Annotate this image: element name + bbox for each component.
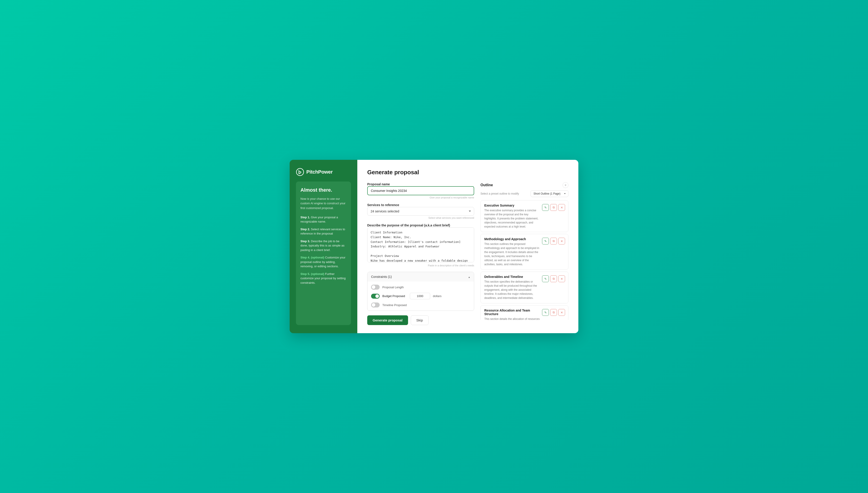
outline-sections: Executive Summary The executive summary …: [480, 200, 568, 320]
section-copy-button[interactable]: ⧉: [550, 275, 557, 282]
section-name-executive-summary: Executive Summary: [484, 203, 540, 207]
sidebar-step-2: Step 2. Select relevant services to refe…: [300, 227, 346, 236]
constraints-section: Constraints (1) Proposal Length: [367, 272, 474, 311]
section-actions-deliverables: ✎ ⧉ ✕: [542, 275, 565, 282]
step-5-label: Step 5. (optional): [300, 272, 324, 276]
proposal-length-slider: [371, 285, 380, 290]
constraint-row-budget: Budget Proposed dollars: [371, 293, 470, 299]
outline-section-card: Methodology and Approach This section ou…: [480, 234, 568, 270]
budget-slider: [371, 294, 380, 299]
outline-preset-label: Select a preset outline to modify: [480, 192, 519, 195]
budget-input[interactable]: [410, 293, 430, 299]
close-icon: ×: [565, 183, 566, 187]
budget-label: Budget Proposed: [382, 294, 407, 298]
sidebar-card: Almost there. Now is your chance to use …: [296, 181, 351, 325]
proposal-length-toggle[interactable]: [371, 285, 380, 290]
sidebar-step-1: Step 1. Give your proposal a recognizabl…: [300, 215, 346, 224]
section-delete-button[interactable]: ✕: [558, 238, 565, 244]
section-edit-button[interactable]: ✎: [542, 204, 549, 211]
step-4-label: Step 4. (optional): [300, 256, 324, 259]
section-info-methodology: Methodology and Approach This section ou…: [484, 237, 540, 266]
section-name-methodology: Methodology and Approach: [484, 237, 540, 241]
section-copy-button[interactable]: ⧉: [550, 204, 557, 211]
sidebar-step-5: Step 5. (optional) Further customize you…: [300, 272, 346, 285]
proposal-length-label: Proposal Length: [382, 285, 407, 289]
constraints-title: Constraints (1): [371, 275, 392, 279]
step-1-label: Step 1.: [300, 216, 310, 219]
section-actions-methodology: ✎ ⧉ ✕: [542, 238, 565, 244]
proposal-name-input[interactable]: [367, 186, 474, 195]
section-info-executive-summary: Executive Summary The executive summary …: [484, 203, 540, 229]
section-edit-button[interactable]: ✎: [542, 238, 549, 244]
constraint-row-timeline: Timeline Proposed: [371, 302, 470, 307]
page-title: Generate proposal: [367, 169, 568, 176]
brief-hint: Paste in a description of the client's n…: [367, 264, 474, 267]
outline-preset-select[interactable]: Short Outline (1 Page) Long Outline (3 P…: [530, 190, 568, 197]
services-field: Services to reference 24 services select…: [367, 203, 474, 219]
sidebar-intro: Now is your chance to use our custom AI …: [300, 197, 346, 211]
proposal-name-field: Proposal name Give your proposal a recog…: [367, 182, 474, 199]
services-label: Services to reference: [367, 203, 399, 207]
step-3-label: Step 3.: [300, 239, 310, 243]
constraints-body: Proposal Length Budget Proposed dollars: [367, 281, 474, 310]
timeline-toggle[interactable]: [371, 302, 380, 307]
outline-preset-row: Select a preset outline to modify Short …: [480, 190, 568, 197]
generate-proposal-button[interactable]: Generate proposal: [367, 315, 408, 325]
svg-point-0: [296, 168, 304, 176]
brief-field: Describe the purpose of the proposal (a.…: [367, 223, 474, 267]
outline-title: Outline: [480, 183, 493, 187]
main-container: PitchPower Almost there. Now is your cha…: [290, 160, 578, 333]
brief-textarea[interactable]: Client Information Client Name: Nike, In…: [367, 227, 474, 262]
constraints-chevron-icon: [468, 275, 470, 279]
constraint-row-proposal-length: Proposal Length: [371, 285, 470, 290]
section-delete-button[interactable]: ✕: [558, 275, 565, 282]
section-copy-button[interactable]: ⧉: [550, 238, 557, 244]
outline-close-button[interactable]: ×: [563, 182, 568, 188]
form-left: Proposal name Give your proposal a recog…: [367, 182, 474, 325]
logo-text: PitchPower: [306, 169, 333, 175]
pitchpower-logo-icon: [296, 168, 304, 176]
section-edit-button[interactable]: ✎: [542, 309, 549, 316]
skip-button[interactable]: Skip: [411, 315, 429, 325]
section-info-deliverables: Deliverables and Timeline This section s…: [484, 275, 540, 300]
section-desc-resource: This section details the allocation of r…: [484, 317, 540, 320]
sidebar-title: Almost there.: [300, 187, 346, 193]
section-name-deliverables: Deliverables and Timeline: [484, 275, 540, 279]
proposal-name-label: Proposal name: [367, 183, 390, 186]
sidebar-step-4: Step 4. (optional) Customize your propos…: [300, 255, 346, 269]
services-select[interactable]: 24 services selected: [367, 207, 474, 216]
section-actions-resource: ✎ ⧉ ✕: [542, 309, 565, 316]
outline-header: Outline ×: [480, 182, 568, 188]
timeline-slider: [371, 302, 380, 307]
section-name-resource: Resource Allocation and Team Structure: [484, 308, 540, 316]
section-copy-button[interactable]: ⧉: [550, 309, 557, 316]
section-delete-button[interactable]: ✕: [558, 204, 565, 211]
section-actions-executive-summary: ✎ ⧉ ✕: [542, 204, 565, 211]
outline-panel: Outline × Select a preset outline to mod…: [480, 182, 568, 325]
section-desc-deliverables: This section specifies the deliverables …: [484, 280, 540, 300]
outline-section-card: Executive Summary The executive summary …: [480, 200, 568, 232]
proposal-name-hint: Give your proposal a recognizable name: [367, 196, 474, 199]
logo-area: PitchPower: [296, 168, 351, 176]
form-layout: Proposal name Give your proposal a recog…: [367, 182, 568, 325]
services-hint: Select what services you want referenced: [367, 216, 474, 219]
sidebar-steps: Step 1. Give your proposal a recognizabl…: [300, 215, 346, 285]
budget-unit: dollars: [433, 294, 441, 298]
main-content: Generate proposal Proposal name Give you…: [357, 160, 578, 333]
section-desc-executive-summary: The executive summary provides a concise…: [484, 208, 540, 229]
sidebar-step-3: Step 3. Describe the job to be done, typ…: [300, 239, 346, 252]
step-2-label: Step 2.: [300, 228, 310, 231]
outline-section-card: Deliverables and Timeline This section s…: [480, 272, 568, 303]
section-delete-button[interactable]: ✕: [558, 309, 565, 316]
constraints-header[interactable]: Constraints (1): [367, 272, 474, 281]
outline-section-card: Resource Allocation and Team Structure T…: [480, 305, 568, 320]
section-edit-button[interactable]: ✎: [542, 275, 549, 282]
budget-toggle[interactable]: [371, 294, 380, 299]
section-info-resource: Resource Allocation and Team Structure T…: [484, 308, 540, 320]
section-desc-methodology: This section outlines the proposed metho…: [484, 242, 540, 266]
timeline-label: Timeline Proposed: [382, 303, 407, 307]
sidebar: PitchPower Almost there. Now is your cha…: [290, 160, 357, 333]
action-row: Generate proposal Skip: [367, 315, 474, 325]
brief-label: Describe the purpose of the proposal (a.…: [367, 223, 450, 227]
